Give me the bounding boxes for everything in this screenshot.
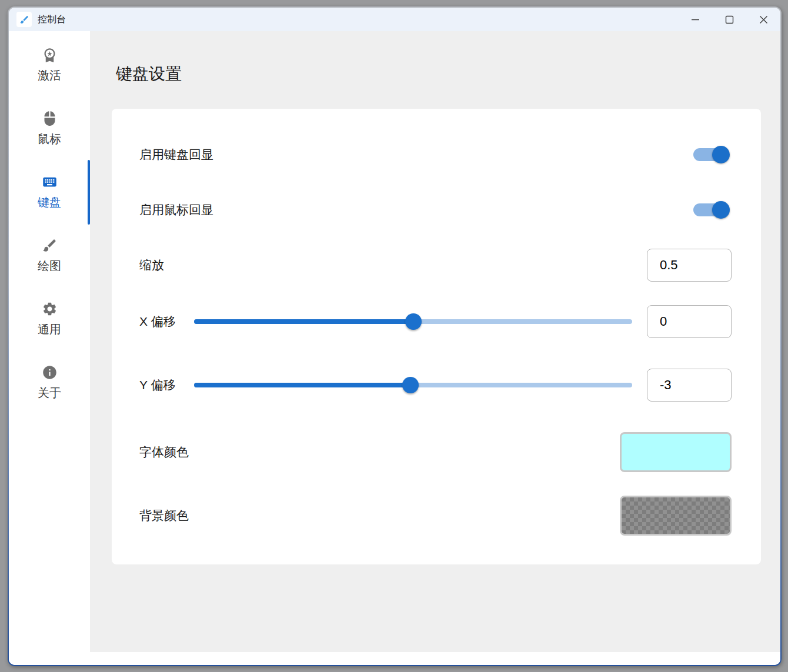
- mouse-icon: [42, 111, 58, 126]
- background-color-label: 背景颜色: [139, 507, 189, 524]
- x-offset-slider[interactable]: [194, 313, 632, 330]
- x-offset-label: X 偏移: [139, 313, 194, 330]
- page-title: 键盘设置: [116, 64, 761, 84]
- sidebar-label-mouse: 鼠标: [38, 131, 61, 147]
- medal-icon: [42, 47, 58, 63]
- info-icon: [42, 365, 58, 380]
- sidebar-item-general[interactable]: 通用: [9, 287, 90, 351]
- content-area: 键盘设置 启用键盘回显 启用鼠标回显: [90, 31, 780, 652]
- window-frame: 控制台 激活: [8, 6, 782, 666]
- keyboard-echo-toggle[interactable]: [693, 146, 727, 163]
- slider-fill: [194, 319, 413, 324]
- sidebar-label-drawing: 绘图: [38, 258, 61, 274]
- row-scale: 缩放: [139, 249, 732, 282]
- y-offset-input[interactable]: [647, 369, 732, 402]
- app-window: 控制台 激活: [9, 8, 780, 665]
- x-offset-input[interactable]: [647, 305, 732, 338]
- font-color-swatch[interactable]: [620, 432, 732, 472]
- sidebar-item-keyboard[interactable]: 键盘: [9, 161, 90, 224]
- keyboard-icon: [42, 174, 58, 190]
- close-button[interactable]: [746, 8, 780, 31]
- keyboard-echo-label: 启用键盘回显: [139, 146, 213, 163]
- minimize-button[interactable]: [678, 8, 712, 31]
- row-y-offset: Y 偏移: [139, 369, 732, 402]
- row-mouse-echo: 启用鼠标回显: [139, 193, 732, 226]
- settings-card: 启用键盘回显 启用鼠标回显: [112, 109, 761, 564]
- scale-label: 缩放: [139, 257, 164, 273]
- gear-icon: [42, 301, 58, 317]
- slider-fill: [194, 383, 410, 387]
- maximize-button[interactable]: [712, 8, 746, 31]
- sidebar-label-about: 关于: [38, 385, 61, 401]
- sidebar-item-about[interactable]: 关于: [9, 351, 90, 414]
- titlebar: 控制台: [9, 8, 780, 31]
- toggle-thumb[interactable]: [712, 146, 730, 163]
- y-offset-slider[interactable]: [194, 377, 632, 393]
- slider-thumb[interactable]: [402, 377, 419, 393]
- brush-icon: [42, 238, 58, 253]
- sidebar-label-keyboard: 键盘: [38, 195, 61, 210]
- sidebar-item-drawing[interactable]: 绘图: [9, 224, 90, 287]
- toggle-thumb[interactable]: [712, 201, 730, 219]
- y-offset-label: Y 偏移: [139, 377, 194, 393]
- row-x-offset: X 偏移: [139, 305, 732, 338]
- sidebar-item-mouse[interactable]: 鼠标: [9, 97, 90, 161]
- background-color-swatch[interactable]: [620, 496, 732, 536]
- mouse-echo-toggle[interactable]: [693, 201, 727, 219]
- font-color-label: 字体颜色: [139, 444, 189, 460]
- window-title: 控制台: [38, 14, 66, 26]
- window-footer: [9, 652, 780, 665]
- sidebar: 激活 鼠标 键盘 绘图 通用: [9, 31, 90, 652]
- app-brush-icon: [16, 12, 32, 27]
- sidebar-label-general: 通用: [38, 322, 61, 337]
- row-background-color: 背景颜色: [139, 496, 732, 536]
- sidebar-label-activate: 激活: [38, 68, 61, 83]
- mouse-echo-label: 启用鼠标回显: [139, 202, 213, 218]
- window-body: 激活 鼠标 键盘 绘图 通用: [9, 31, 780, 652]
- slider-thumb[interactable]: [405, 313, 422, 330]
- sidebar-item-activate[interactable]: 激活: [9, 34, 90, 97]
- scale-input[interactable]: [647, 249, 732, 282]
- row-font-color: 字体颜色: [139, 432, 732, 472]
- row-keyboard-echo: 启用键盘回显: [139, 138, 732, 171]
- window-controls: [678, 8, 780, 31]
